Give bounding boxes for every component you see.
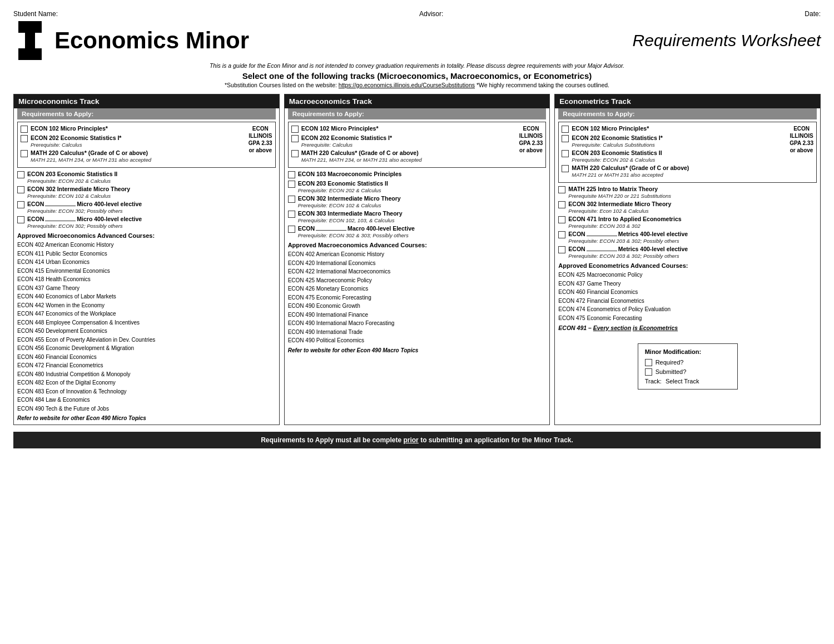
list-item: ECON 422 International Macroeconomics [288,267,547,276]
econ-add-checkbox-3[interactable] [558,216,565,223]
micro-elective-checkbox-2[interactable] [17,216,24,223]
advisor-label: Advisor: [419,10,443,18]
macro-add-checkbox-3[interactable] [288,196,295,203]
micro-elective-prereq-2: Prerequisite: ECON 302; Possibly others [27,223,123,229]
econ-add-row-2: ECON 302 Intermediate Micro Theory Prere… [558,201,817,214]
econometrics-track-body: Requirements to Apply: ECON 102 Micro Pr… [555,108,820,425]
macro-track-body: Requirements to Apply: ECON 102 Micro Pr… [285,108,550,425]
econ-metrics-checkbox-2[interactable] [558,246,565,253]
micro-elective-course-2: ECONMicro 400-level elective [27,216,142,222]
micro-req-course-2: ECON 202 Economic Statistics I* [31,134,121,141]
micro-checkbox-3[interactable] [21,150,28,157]
minor-mod-required-checkbox[interactable] [645,359,652,366]
list-item: ECON 490 International Macro Forecasting [288,319,547,328]
macro-req-course-3: MATH 220 Calculus* (Grade of C or above) [301,149,419,156]
sub-note-prefix: *Substitution Courses listed on the webs… [225,82,339,88]
econ-req-course-1: ECON 102 Micro Principles* [572,125,649,132]
econ-req-prereq-2: Prerequisite: Calculus Substitutions [572,142,654,148]
req-worksheet-title: Requirements Worksheet [633,31,821,50]
macro-req-row-2: ECON 202 Economic Statistics I* Prerequi… [291,134,517,148]
micro-elective-course-1: ECONMicro 400-level elective [27,201,142,207]
econ-metrics-checkbox-1[interactable] [558,231,565,238]
list-item: ECON 411 Public Sector Economics [17,249,276,258]
minor-mod-required-row: Required? [645,358,731,366]
econ-approved-header: Approved Econometrics Advanced Courses: [558,262,817,269]
micro-add-row-1: ECON 203 Economic Statistics II Prerequi… [17,171,276,184]
econ-gpa-badge: ECONILLINOISGPA 2.33or above [790,125,813,154]
header-right: Requirements Worksheet [633,31,821,50]
list-item: ECON 490 Political Economics [288,336,547,345]
list-item: ECON 472 Financial Econometrics [558,297,817,306]
micro-track-body: Requirements to Apply: ECON 102 Micro Pr… [14,108,279,425]
macro-checkbox-2[interactable] [291,135,299,142]
micro-add-checkbox-1[interactable] [17,171,24,178]
econ-checkbox-3[interactable] [562,150,569,157]
sub-note-url[interactable]: https://go.economics.illinois.edu/Course… [339,82,475,88]
list-item: ECON 460 Financial Economics [558,288,817,297]
econ-metrics-row-1: ECONMetrics 400-level elective Prerequis… [558,231,817,244]
list-item: ECON 402 American Economic History [17,241,276,249]
list-item: ECON 482 Econ of the Digital Economy [17,378,276,387]
econ-metrics-prereq-2: Prerequisite: ECON 203 & 302; Possibly o… [568,253,679,259]
econ491-underline: Every section [593,325,631,331]
minor-mod-submitted-label: Submitted? [656,368,687,375]
list-item: ECON 437 Game Theory [17,284,276,293]
list-item: ECON 418 Health Economics [17,275,276,284]
macro-req-row-3: MATH 220 Calculus* (Grade of C or above)… [291,149,517,163]
macro-req-group: ECON 102 Micro Principles* ECON 202 Econ… [288,122,547,168]
list-item: ECON 448 Employee Compensation & Incenti… [17,318,276,327]
econ491-text: is Econometrics [633,325,678,331]
econ-add-course-2: ECON 302 Intermediate Micro Theory [568,201,671,207]
econometrics-track-header: Econometrics Track [555,94,820,108]
econ-checkbox-1[interactable] [562,126,569,133]
macro-checkbox-1[interactable] [291,126,299,133]
macro-add-checkbox-2[interactable] [288,181,295,188]
macro-track-header: Macroeconomics Track [285,94,550,108]
micro-track-col: Microeconomics Track Requirements to App… [13,94,280,425]
econ-checkbox-4[interactable] [562,165,569,172]
minor-modification-box: Minor Modification: Required? Submitted?… [638,343,738,390]
micro-add-course-1: ECON 203 Economic Statistics II [27,171,117,177]
micro-add-checkbox-2[interactable] [17,186,24,193]
macro-add-prereq-3: Prerequisite: ECON 102 & Calculus [298,202,381,208]
macro-req-course-2: ECON 202 Economic Statistics I* [301,134,392,141]
econ-add-row-3: ECON 471 Intro to Applied Econometrics P… [558,216,817,229]
econ-req-course-4: MATH 220 Calculus* (Grade of C or above) [572,164,689,171]
micro-checkbox-1[interactable] [21,126,28,133]
micro-add-prereq-2: Prerequisite: ECON 102 & Calculus [27,193,111,199]
list-item: ECON 483 Econ of Innovation & Technology [17,387,276,396]
econ-add-checkbox-2[interactable] [558,201,565,208]
macro-add-checkbox-1[interactable] [288,171,295,178]
econ-approved-list: ECON 425 Macroeconomic Policy ECON 437 G… [558,271,817,322]
micro-elective-row-1: ECONMicro 400-level elective Prerequisit… [17,201,276,214]
macro-req-row-1: ECON 102 Micro Principles* [291,125,517,133]
econometrics-req-header: Requirements to Apply: [558,108,817,119]
list-item: ECON 447 Economics of the Workplace [17,309,276,318]
minor-mod-submitted-row: Submitted? [645,368,731,376]
micro-gpa-badge: ECONILLINOISGPA 2.33or above [249,125,272,154]
date-label: Date: [805,10,821,18]
micro-elective-checkbox-1[interactable] [17,201,24,208]
econ-checkbox-2[interactable] [562,135,569,142]
tracks-grid: Microeconomics Track Requirements to App… [13,94,821,425]
list-item: ECON 490 International Trade [288,328,547,337]
macro-add-row-2: ECON 203 Economic Statistics II Prerequi… [288,180,547,193]
econometrics-req-group: ECON 102 Micro Principles* ECON 202 Econ… [558,122,817,183]
minor-mod-title: Minor Modification: [645,348,731,355]
macro-add-checkbox-4[interactable] [288,211,295,218]
macro-add-course-4: ECON 303 Intermediate Macro Theory [298,210,403,217]
list-item: ECON 490 International Finance [288,311,547,319]
macro-add-course-1: ECON 103 Macroeconomic Principles [298,171,402,177]
econ-add-checkbox-1[interactable] [558,186,565,193]
page-title: Economics Minor [54,28,633,53]
macro-elective-checkbox-1[interactable] [288,226,295,233]
macro-checkbox-3[interactable] [291,150,299,157]
list-item: ECON 442 Women in the Economy [17,301,276,310]
minor-mod-submitted-checkbox[interactable] [645,368,652,376]
micro-req-header: Requirements to Apply: [17,108,276,119]
micro-req-row-1: ECON 102 Micro Principles* [21,125,246,133]
micro-checkbox-2[interactable] [21,135,28,142]
macro-req-course-1: ECON 102 Micro Principles* [301,125,379,132]
select-track-text: Select one of the following tracks (Micr… [13,71,821,81]
footer-text-suffix: to submitting an application for the Min… [419,436,573,444]
